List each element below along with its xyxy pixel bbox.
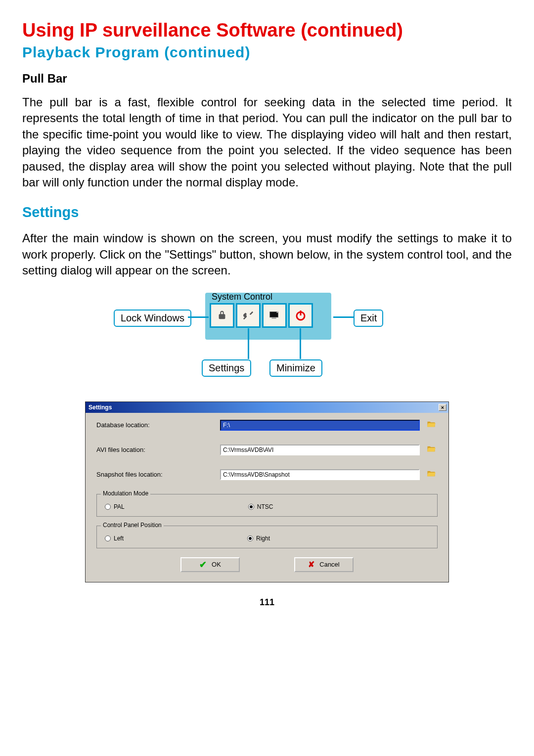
folder-open-icon [427,421,436,428]
settings-paragraph: After the main window is shown on the sc… [22,230,512,278]
lock-windows-button[interactable] [210,304,234,327]
right-radio[interactable]: Right [247,535,270,542]
settings-callout: Settings [202,359,251,377]
settings-dialog: Settings × Database location: F:\ AVI fi… [85,401,449,582]
browse-avi-button[interactable] [425,445,438,454]
lock-icon [217,310,227,321]
pal-radio[interactable]: PAL [105,503,125,510]
minimize-callout: Minimize [269,359,322,377]
check-icon: ✔ [199,559,207,570]
cancel-label: Cancel [319,561,339,568]
left-radio[interactable]: Left [105,535,124,542]
power-icon [295,310,307,321]
pull-bar-heading: Pull Bar [22,72,512,86]
avi-location-label: AVI files location: [96,446,220,453]
settings-button[interactable] [236,304,260,327]
pull-bar-paragraph: The pull bar is a fast, flexible control… [22,94,512,190]
control-panel-position-label: Control Panel Position [101,522,164,529]
ok-label: OK [212,561,221,568]
folder-open-icon [427,470,436,477]
tools-icon [243,310,254,321]
page-number: 111 [22,597,512,608]
dialog-close-button[interactable]: × [439,404,446,411]
database-location-label: Database location: [96,421,220,429]
database-location-input[interactable]: F:\ [220,420,420,431]
pal-label: PAL [114,503,125,510]
svg-rect-1 [272,317,276,318]
ntsc-label: NTSC [257,503,273,510]
cancel-button[interactable]: ✘ Cancel [294,557,354,572]
exit-button[interactable] [289,304,312,327]
modulation-mode-group: Modulation Mode PAL NTSC [96,494,438,517]
left-label: Left [114,535,124,542]
system-control-diagram: System Control Lock Windows Exit Setting… [22,293,512,387]
dialog-title: Settings [89,404,112,411]
svg-rect-4 [300,311,302,315]
ok-button[interactable]: ✔ OK [180,557,240,572]
system-control-legend: System Control [212,292,272,302]
browse-snapshot-button[interactable] [425,470,438,479]
x-icon: ✘ [308,560,314,569]
control-panel-position-group: Control Panel Position Left Right [96,526,438,548]
avi-location-input[interactable]: C:\VrmssAVDB\AVI [220,445,420,455]
settings-heading: Settings [22,204,512,221]
monitor-minimize-icon [268,310,280,321]
exit-callout: Exit [354,310,383,327]
lock-windows-callout: Lock Windows [114,310,191,327]
right-label: Right [256,535,270,542]
page-title: Using IP surveillance Software (continue… [22,20,512,41]
minimize-button[interactable] [263,304,286,327]
ntsc-radio[interactable]: NTSC [248,503,273,510]
modulation-mode-label: Modulation Mode [101,490,150,497]
page-subtitle: Playback Program (continued) [22,44,512,61]
folder-open-icon [427,445,436,452]
browse-db-button[interactable] [425,421,438,430]
snapshot-location-label: Snapshot files location: [96,471,220,478]
dialog-titlebar: Settings × [86,402,448,413]
snapshot-location-input[interactable]: C:\VrmssAVDB\Snapshot [220,469,420,480]
